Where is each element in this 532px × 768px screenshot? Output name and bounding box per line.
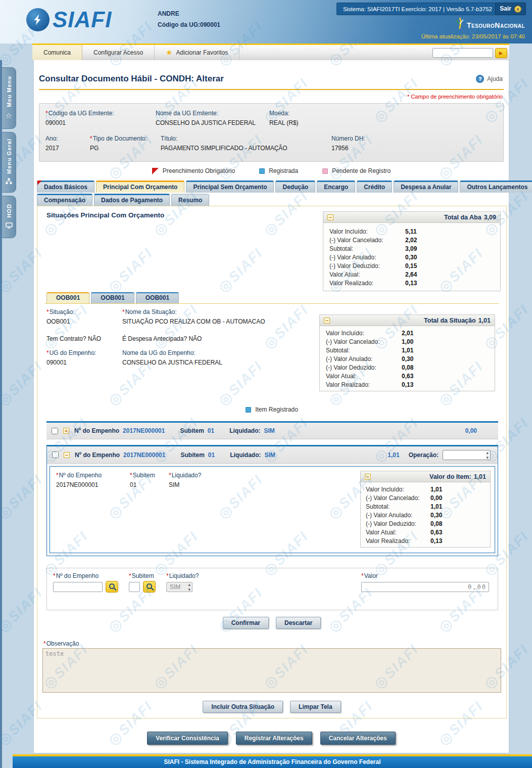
tab-resumo[interactable]: Resumo	[171, 194, 209, 206]
monitor-icon	[6, 222, 13, 230]
menu-adicionar-favoritos[interactable]: Adicionar Favoritos	[155, 45, 239, 60]
tab-dados-de-pagamento[interactable]: Dados de Pagamento	[94, 194, 170, 206]
detail-liquidado: *Liquidado? SIM	[169, 472, 201, 488]
collapse-icon[interactable]	[365, 474, 371, 480]
field-codigo-ug-emitente: *Código da UG Emitente: 090001	[45, 110, 114, 126]
siafi-app: SIAFI ANDRE Código da UG:090001 Sistema:…	[0, 0, 532, 768]
descartar-button[interactable]: Descartar	[276, 617, 321, 629]
empenho-row-checkbox[interactable]	[52, 428, 58, 434]
tab-outros-lancamentos[interactable]: Outros Lançamentos	[460, 180, 532, 193]
confirmar-button[interactable]: Confirmar	[223, 617, 269, 629]
siafi-logo-icon	[26, 8, 50, 31]
valor-item-panel: Valor do Item:1,01 Valor Incluído:1,01 (…	[360, 471, 491, 548]
required-field-note: * Campo de preenchimento obrigatório	[407, 94, 503, 100]
subtab-oob001-1[interactable]: OOB001	[46, 292, 89, 303]
subtab-oob001-2[interactable]: OOB001	[91, 292, 134, 303]
required-legend-icon	[152, 168, 159, 174]
incluir-outra-situacao-button[interactable]: Incluir Outra Situação	[203, 701, 283, 713]
sidebar-item-hod[interactable]: HOD	[2, 196, 16, 238]
main-content: Consultar Documento Hábil - CONDH: Alter…	[33, 60, 509, 753]
search-go-button[interactable]	[495, 48, 507, 58]
numero-lookup-button[interactable]	[106, 581, 118, 593]
footer-text: SIAFI - Sistema Integrado de Administraç…	[13, 756, 532, 768]
liquidado-select[interactable]: SIM	[166, 582, 192, 592]
numero-empenho-input[interactable]	[53, 582, 103, 592]
tab-credito[interactable]: Crédito	[357, 180, 392, 193]
tesouro-nacional-text: TesouroNacional	[467, 21, 525, 29]
menu-comunica[interactable]: Comunica	[32, 45, 82, 60]
user-block: ANDRE Código da UG:090001	[158, 10, 220, 28]
tab-despesa-a-anular[interactable]: Despesa a Anular	[394, 180, 458, 193]
collapse-icon[interactable]	[327, 214, 333, 220]
field-nome-ug-emitente: Nome da UG Emitente: CONSELHO DA JUSTICA…	[156, 110, 256, 126]
observacao-textarea[interactable]: teste	[42, 648, 501, 693]
system-info-bar: Sistema: SIAFI2017TI Exercício: 2017 | V…	[336, 3, 499, 15]
expand-icon[interactable]	[63, 428, 69, 434]
menubar: Comunica Configurar Acesso Adicionar Fav…	[32, 43, 509, 60]
tab-principal-com-orcamento[interactable]: Principal Com Orçamento	[96, 180, 184, 193]
empenho-row-collapsed: Nº do Empenho 2017NE000001 Subitem 01 Li…	[46, 421, 498, 439]
registered-legend-icon	[259, 168, 265, 174]
search-input[interactable]	[432, 48, 493, 58]
empenho-row-expanded: Nº do Empenho 2017NE000001 Subitem 01 Li…	[46, 445, 498, 556]
empenho-item-detail: *Nº do Empenho 2017NE000001 *Subitem 01 …	[50, 466, 495, 553]
close-icon	[514, 6, 521, 13]
verificar-consistencia-button[interactable]: Verificar Consistência	[147, 732, 227, 745]
user-ug: Código da UG:090001	[158, 21, 220, 28]
document-header-panel: *Código da UG Emitente: 090001 Nome da U…	[39, 103, 504, 162]
entry-liquidado-label: *Liquidado?	[166, 572, 199, 582]
principal-com-orcamento-panel: Situações Principal Com Orçamento Total …	[37, 206, 507, 718]
tab-deducao[interactable]: Dedução	[275, 180, 315, 193]
torch-icon	[455, 17, 465, 29]
empenho-row-checkbox[interactable]	[52, 451, 59, 458]
valor-input[interactable]	[361, 582, 489, 592]
tab-dados-basicos[interactable]: Dados Básicos	[37, 180, 94, 193]
subitem-input[interactable]	[129, 582, 140, 592]
field-ano: Ano: 2017	[45, 135, 59, 152]
collapse-icon[interactable]	[64, 452, 70, 458]
tesouro-nacional-logo: TesouroNacional	[455, 17, 525, 29]
limpar-tela-button[interactable]: Limpar Tela	[290, 701, 341, 713]
item-registered-legend: Item Registrado	[37, 406, 506, 413]
operacao-select[interactable]	[443, 450, 491, 460]
subitem-lookup-button[interactable]	[143, 581, 156, 593]
collapse-icon[interactable]	[324, 318, 330, 324]
field-ug-empenho: *UG do Empenho: 090001	[46, 349, 96, 366]
empenho-entry-form: *Nº do Empenho *Subitem *Liquidado? SIM …	[46, 568, 498, 610]
field-numero-dh: Número DH: 17956	[331, 135, 365, 152]
situacao-subtabs: OOB001 OOB001 OOB001	[46, 292, 179, 303]
situation-buttons: Incluir Outra Situação Limpar Tela	[37, 701, 506, 713]
field-tipo-documento: *Tipo de Documento: PG	[90, 135, 147, 152]
tab-encargo[interactable]: Encargo	[317, 180, 355, 193]
menu-configurar-acesso[interactable]: Configurar Acesso	[82, 45, 155, 60]
help-button[interactable]: Ajuda	[476, 75, 503, 83]
pending-legend-icon	[322, 168, 328, 174]
registered-legend-icon	[246, 407, 251, 413]
detail-numero-empenho: *Nº do Empenho 2017NE000001	[56, 472, 102, 488]
field-nome-situacao: *Nome da Situação: SITUAÇÃO PCO REALIZA …	[122, 308, 265, 325]
total-aba-panel: Total da Aba3,09 Valor Incluído:5,11 (-)…	[323, 211, 501, 291]
tab-bar-row1: Dados Básicos Principal Com Orçamento Pr…	[37, 180, 532, 193]
title-divider	[39, 89, 504, 90]
siafi-logo-text: SIAFI	[53, 8, 112, 31]
logout-button[interactable]: Sair	[495, 3, 526, 15]
field-titulo: Título: PAGAMENTO SIMPLIFICADO - AUTOMAÇ…	[161, 135, 287, 152]
last-update-text: Última atualização: 23/05/2017 às 07:40	[421, 33, 525, 39]
field-despesa-antecipada: É Despesa Antecipada? NÃO	[122, 335, 202, 342]
field-tem-contrato: Tem Contrato? NÃO	[46, 335, 101, 342]
registrar-alteracoes-button[interactable]: Registrar Alterações	[236, 732, 312, 745]
subtab-oob001-3[interactable]: OOB001	[136, 292, 179, 303]
logout-label: Sair	[500, 3, 511, 15]
entry-buttons: Confirmar Descartar	[37, 617, 506, 629]
detail-subitem: *Subitem 01	[130, 472, 155, 488]
field-situacao: *Situação: OOB001	[46, 308, 75, 325]
sidebar-item-meu-menu[interactable]: Meu Menu	[2, 67, 16, 129]
star-icon	[166, 45, 172, 61]
sidebar-item-menu-geral[interactable]: Menu Geral	[2, 132, 16, 193]
tab-principal-sem-orcamento[interactable]: Principal Sem Orçamento	[186, 180, 274, 193]
user-name: ANDRE	[158, 10, 220, 17]
cancelar-alteracoes-button[interactable]: Cancelar Alterações	[320, 732, 396, 745]
app-header: SIAFI ANDRE Código da UG:090001 Sistema:…	[0, 0, 532, 43]
tab-compensacao[interactable]: Compensação	[37, 194, 92, 206]
page-title: Consultar Documento Hábil - CONDH: Alter…	[39, 74, 224, 84]
